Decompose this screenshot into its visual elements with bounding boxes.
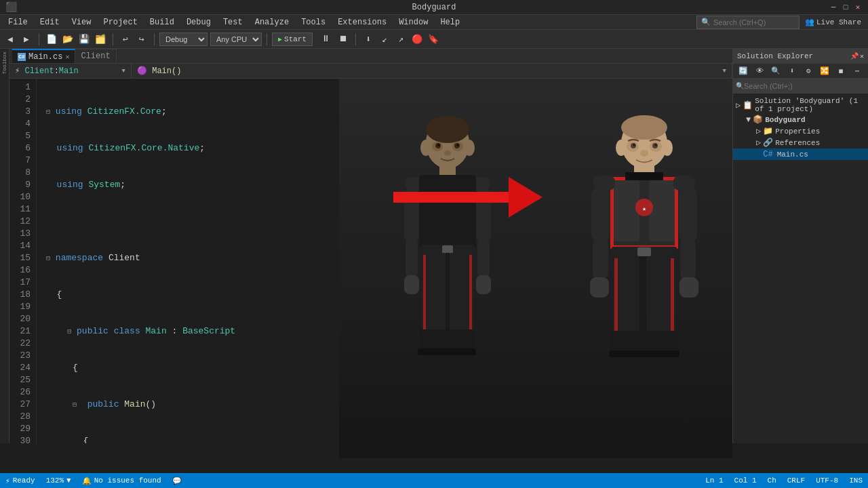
- debug-pause-button[interactable]: ⏸: [318, 32, 333, 47]
- nav-method-name: Main(): [152, 66, 181, 76]
- undo-button[interactable]: ↩: [118, 32, 133, 47]
- se-props-button[interactable]: ⚙: [801, 64, 816, 79]
- editor-area[interactable]: 1 2 3 4 5 6 7 8 9 10 11 12 13 14 15 16 1: [9, 79, 732, 443]
- menu-edit[interactable]: Edit: [35, 16, 65, 28]
- se-collapse-button[interactable]: ⬇: [785, 64, 800, 79]
- editor-scrollbar[interactable]: [723, 79, 732, 443]
- menu-test[interactable]: Test: [218, 16, 248, 28]
- save-all-button[interactable]: 🗂️: [93, 32, 108, 47]
- encoding-indicator[interactable]: UTF-8: [816, 476, 838, 485]
- tree-item-solution[interactable]: ▷ 📋 Solution 'Bodyguard' (1 of 1 project…: [733, 96, 868, 114]
- minimize-button[interactable]: ─: [829, 3, 838, 12]
- redo-button[interactable]: ↪: [134, 32, 149, 47]
- back-button[interactable]: ◀: [3, 32, 18, 47]
- maximize-button[interactable]: □: [841, 3, 850, 12]
- ins-indicator[interactable]: INS: [849, 476, 863, 485]
- solution-explorer-header: Solution Explorer 📌 ✕: [733, 49, 868, 64]
- app-icon: ⬛: [5, 1, 17, 13]
- se-show-all-button[interactable]: 👁: [752, 64, 767, 79]
- menu-tools[interactable]: Tools: [296, 16, 331, 28]
- nav-method-label: 🟣 Main(): [137, 66, 181, 76]
- code-line-6: {: [43, 289, 723, 301]
- tab-client[interactable]: Client: [75, 49, 116, 63]
- tree-item-maincs[interactable]: ▷ C# Main.cs: [733, 148, 868, 160]
- config-select[interactable]: Debug Release: [159, 33, 208, 46]
- nav-class-label: ⚡ Client:Main: [15, 66, 79, 76]
- se-preview-button[interactable]: ◼: [833, 64, 848, 79]
- line-num-18: 18: [9, 289, 31, 301]
- platform-select[interactable]: Any CPU x64: [210, 33, 262, 46]
- issues-text: No issues found: [94, 476, 161, 485]
- solution-explorer-toolbar: 🔄 👁 🔍 ⬇ ⚙ 🔀 ◼ ⋯: [733, 64, 868, 79]
- nav-method-dropdown[interactable]: 🟣 Main() ▼: [132, 64, 732, 78]
- nav-class-main: Main: [59, 66, 79, 76]
- line-num-4: 4: [9, 118, 31, 130]
- toolbar-sep-3: [154, 33, 155, 45]
- play-button[interactable]: ▶ Start: [272, 33, 313, 46]
- solution-search-input[interactable]: [744, 82, 839, 90]
- tab-client-label: Client: [81, 52, 110, 61]
- debug-step-over[interactable]: ⬇: [361, 32, 376, 47]
- save-button[interactable]: 💾: [77, 32, 92, 47]
- menu-analyze[interactable]: Analyze: [250, 16, 294, 28]
- line-num-7: 7: [9, 155, 31, 167]
- toolbox-label[interactable]: Toolbox: [1, 52, 7, 75]
- solution-close-icon[interactable]: ✕: [860, 52, 864, 60]
- menu-view[interactable]: View: [66, 16, 97, 28]
- menu-help[interactable]: Help: [435, 16, 465, 28]
- solution-pin-icon[interactable]: 📌: [850, 52, 859, 60]
- menu-debug[interactable]: Debug: [181, 16, 216, 28]
- toolbar-file-group: 📄 📂 💾 🗂️: [44, 32, 108, 47]
- menu-search-input[interactable]: [713, 18, 795, 26]
- se-sync-button[interactable]: 🔄: [736, 64, 751, 79]
- menu-build[interactable]: Build: [144, 16, 180, 28]
- tab-main-cs[interactable]: C# Main.cs ✕: [12, 49, 75, 63]
- scroll-thumb[interactable]: [725, 80, 732, 100]
- window-title: Bodyguard: [412, 3, 456, 12]
- line-num-9: 9: [9, 179, 31, 191]
- cs-file-icon: C#: [18, 53, 26, 61]
- status-zoom[interactable]: 132% ▼: [46, 476, 71, 485]
- forward-button[interactable]: ▶: [19, 32, 34, 47]
- code-content[interactable]: ⊟ using CitizenFX.Core; using CitizenFX.…: [37, 79, 723, 443]
- liveshare-button[interactable]: 👥 Live Share: [801, 16, 865, 28]
- properties-expand-icon: ▷: [756, 126, 761, 136]
- menu-extensions[interactable]: Extensions: [332, 16, 392, 28]
- crlf-indicator[interactable]: CRLF: [787, 476, 805, 485]
- se-git-button[interactable]: 🔀: [817, 64, 832, 79]
- line-num-8: 8: [9, 167, 31, 179]
- line-num-16: 16: [9, 264, 31, 277]
- tree-item-properties[interactable]: ▷ 📁 Properties: [733, 125, 868, 137]
- debug-stop-button[interactable]: ⏹: [336, 32, 351, 47]
- breakpoint-button[interactable]: 🔴: [410, 32, 425, 47]
- line-num-19: 19: [9, 301, 31, 313]
- se-filter-button[interactable]: 🔍: [768, 64, 783, 79]
- code-container: 1 2 3 4 5 6 7 8 9 10 11 12 13 14 15 16 1: [9, 79, 732, 443]
- debug-step-in[interactable]: ↙: [377, 32, 392, 47]
- close-button[interactable]: ✕: [853, 3, 863, 12]
- tree-item-project[interactable]: ▼ 📦 Bodyguard: [733, 114, 868, 125]
- line-num-1: 1: [9, 81, 31, 94]
- line-num-23: 23: [9, 350, 31, 362]
- line-num-15: 15: [9, 252, 31, 264]
- menu-window[interactable]: Window: [393, 16, 433, 28]
- references-expand-icon: ▷: [756, 138, 761, 148]
- tree-item-references[interactable]: ▷ 🔗 References: [733, 137, 868, 148]
- open-button[interactable]: 📂: [60, 32, 75, 47]
- se-more-button[interactable]: ⋯: [850, 64, 865, 79]
- new-file-button[interactable]: 📄: [44, 32, 59, 47]
- title-bar-controls[interactable]: ─ □ ✕: [829, 3, 863, 12]
- code-line-1: ⊟ using CitizenFX.Core;: [43, 106, 723, 118]
- toolbar-nav-group: ◀ ▶: [3, 32, 34, 47]
- tab-main-cs-close[interactable]: ✕: [65, 53, 69, 61]
- bookmark-button[interactable]: 🔖: [426, 32, 441, 47]
- menu-project[interactable]: Project: [98, 16, 142, 28]
- references-icon: 🔗: [763, 138, 773, 148]
- nav-class-dropdown[interactable]: ⚡ Client:Main ▼: [9, 64, 132, 78]
- solution-search-bar[interactable]: 🔍: [733, 79, 868, 94]
- toolbar-sep-2: [113, 33, 113, 45]
- debug-step-out[interactable]: ↗: [393, 32, 408, 47]
- menu-file[interactable]: File: [3, 16, 33, 28]
- status-feedback[interactable]: 💬: [172, 476, 182, 485]
- status-issues[interactable]: 🔔 No issues found: [82, 476, 161, 485]
